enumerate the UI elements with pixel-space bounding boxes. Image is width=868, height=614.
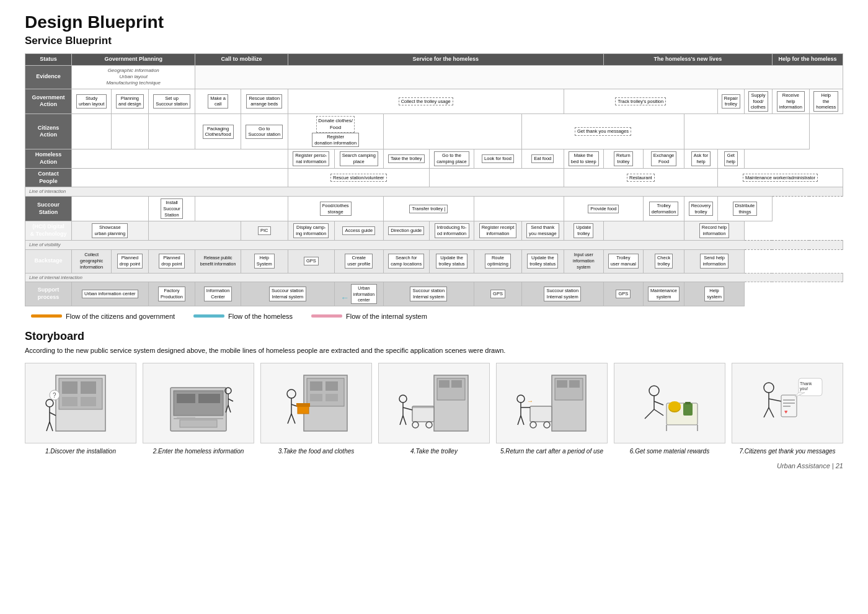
succour-empty2 xyxy=(195,197,288,221)
backstage-collect: Collectgeographicinformation xyxy=(72,249,112,273)
svg-line-78 xyxy=(769,399,781,401)
line-internal-row: Line of internal interaction xyxy=(25,273,843,282)
support-factory: FactoryProduction xyxy=(148,282,195,306)
legend-pink-label: Flow of the internal system xyxy=(346,313,427,320)
svg-line-35 xyxy=(291,414,295,424)
svg-rect-2 xyxy=(62,381,78,394)
line-interaction-row: Line of interaction xyxy=(25,187,843,197)
svg-rect-55 xyxy=(530,406,552,422)
backstage-update1: Update thetrolley status xyxy=(429,249,474,273)
storyboard-caption-7: 7.Citizens get thank you messages xyxy=(739,447,835,456)
backstage-row: Backstage Collectgeographicinformation P… xyxy=(25,249,843,273)
storyboard-img-4 xyxy=(378,363,490,443)
evidence-row: Evidence Geographic informationUrban lay… xyxy=(25,65,843,89)
evidence-content: Geographic informationUrban layoutManufa… xyxy=(72,65,195,89)
line-internal-label: Line of internal interaction xyxy=(25,273,843,282)
hci-sendthank: Send thankyou message xyxy=(521,221,564,241)
svg-rect-15 xyxy=(177,394,195,403)
storyboard-caption-4: 4.Take the trolley xyxy=(410,447,458,456)
citizens-action-row: CitizensAction PackagingClothes/food Go … xyxy=(25,114,843,149)
legend-orange-label: Flow of the citizens and government xyxy=(66,313,175,320)
hci-update: Updatetrolley xyxy=(564,221,603,241)
gov-supply: Supplyfood/clothes xyxy=(744,89,772,113)
evidence-label: Evidence xyxy=(25,65,72,89)
storyboard-img-2 xyxy=(143,363,254,443)
svg-line-9 xyxy=(46,422,50,431)
svg-rect-16 xyxy=(198,394,220,403)
hci-showcase: Showcaseurban planning xyxy=(72,221,149,241)
svg-point-71 xyxy=(668,401,681,411)
storyboard-item-2: 2.Enter the homeless information xyxy=(143,363,254,456)
succour-trolley-def: Trolleydeformation xyxy=(643,197,684,221)
page-title: Design Blueprint xyxy=(25,12,843,32)
svg-point-76 xyxy=(764,383,774,393)
homeless-look-food: Look for food xyxy=(474,149,522,169)
hci-pic: PIC xyxy=(241,221,288,241)
succour-station-row: SuccourStation InstallSuccourStation Foo… xyxy=(25,197,843,221)
svg-rect-27 xyxy=(310,381,322,391)
storyboard-item-7: ♥ Thank you! 7.Citizens get thank you me… xyxy=(732,363,843,456)
homeless-goto-camp: Go to thecamping place xyxy=(429,149,474,169)
page-subtitle: Service Blueprint xyxy=(25,35,843,47)
legend-blue-line xyxy=(193,314,224,318)
citizens-empty1 xyxy=(72,114,112,149)
svg-rect-73 xyxy=(685,402,691,404)
line-interaction-label: Line of interaction xyxy=(25,187,843,197)
gov-action-label: GovernmentAction xyxy=(25,89,72,113)
gov-help: Helpthehomeless xyxy=(809,89,843,113)
svg-line-24 xyxy=(228,405,231,412)
backstage-send: Send helpinformation xyxy=(684,249,745,273)
legend: Flow of the citizens and government Flow… xyxy=(25,313,843,320)
svg-point-44 xyxy=(426,422,432,428)
svg-rect-42 xyxy=(412,406,434,422)
storyboard-caption-2: 2.Enter the homeless information xyxy=(153,447,244,456)
storyboard-caption-6: 6.Get some material rewards xyxy=(630,447,709,456)
svg-line-8 xyxy=(50,412,56,416)
support-maintenance: Maintenancesystem xyxy=(643,282,684,306)
col-status: Status xyxy=(25,54,72,66)
svg-line-22 xyxy=(228,399,233,401)
svg-rect-28 xyxy=(326,381,338,391)
backstage-input: Input userinformationsystem xyxy=(564,249,603,273)
svg-rect-37 xyxy=(296,403,310,407)
svg-line-62 xyxy=(521,416,524,425)
evidence-spacer xyxy=(195,65,843,89)
backstage-create: Createuser profile xyxy=(335,249,384,273)
backstage-planned1: Planneddrop point xyxy=(112,249,148,273)
storyboard-description: According to the new public service syst… xyxy=(25,347,843,354)
contact-people-label: ContactPeople xyxy=(25,168,72,187)
svg-line-80 xyxy=(769,407,774,417)
svg-line-67 xyxy=(645,409,654,419)
storyboard-items: ? 1.Discover the installation xyxy=(25,363,843,456)
hci-direction: Direction guide xyxy=(383,221,429,241)
svg-rect-40 xyxy=(439,380,450,388)
storyboard-img-3 xyxy=(260,363,372,443)
legend-blue: Flow of the homeless xyxy=(193,313,293,320)
gov-call: Make acall xyxy=(195,89,241,113)
storyboard-item-1: ? 1.Discover the installation xyxy=(25,363,136,456)
backstage-search: Search forcamp locations xyxy=(383,249,429,273)
svg-rect-41 xyxy=(451,380,462,388)
svg-line-66 xyxy=(654,401,663,405)
svg-point-56 xyxy=(530,422,536,428)
gov-action-row: GovernmentAction Studyurban layout Plann… xyxy=(25,89,843,113)
backstage-update2: Update thetrolley status xyxy=(521,249,564,273)
support-succour3: Succour stationInternal system xyxy=(521,282,603,306)
col-call-mobilize: Call to mobilize xyxy=(195,54,288,66)
svg-line-48 xyxy=(403,407,412,410)
storyboard-title: Storyboard xyxy=(25,330,843,343)
homeless-ask: Ask forhelp xyxy=(684,149,718,169)
hci-row: (HCI) Digital& Technology Showcaseurban … xyxy=(25,221,843,241)
support-gps2: GPS xyxy=(603,282,643,306)
svg-point-43 xyxy=(412,422,418,428)
citizens-action-label: CitizensAction xyxy=(25,114,72,149)
col-help: Help for the homeless xyxy=(772,54,843,66)
backstage-trolley-manual: Trolleyuser manual xyxy=(603,249,643,273)
legend-orange: Flow of the citizens and government xyxy=(31,313,175,320)
svg-text:→: → xyxy=(527,398,533,404)
succour-distribute: Distributethings xyxy=(717,197,772,221)
svg-line-79 xyxy=(764,407,769,417)
svg-rect-4 xyxy=(62,397,78,406)
svg-rect-54 xyxy=(569,380,580,388)
hci-record: Record helpinformation xyxy=(684,221,745,241)
